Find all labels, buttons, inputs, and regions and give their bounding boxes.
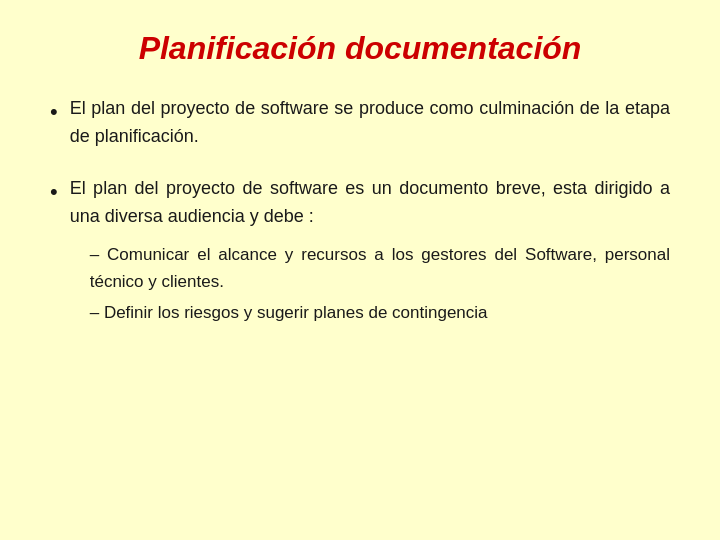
slide-title: Planificación documentación: [50, 30, 670, 67]
bullet-dot-1: •: [50, 95, 58, 129]
bullet-item-2: • El plan del proyecto de software es un…: [50, 175, 670, 330]
bullet-text-1: El plan del proyecto de software se prod…: [70, 95, 670, 151]
bullet-section-1: • El plan del proyecto de software se pr…: [50, 95, 670, 151]
bullet-dot-2: •: [50, 175, 58, 209]
sub-bullets: – Comunicar el alcance y recursos a los …: [90, 241, 670, 327]
slide: Planificación documentación • El plan de…: [0, 0, 720, 540]
bullet-text-2-main: El plan del proyecto de software es un d…: [70, 178, 670, 226]
sub-bullet-1: – Comunicar el alcance y recursos a los …: [90, 241, 670, 295]
sub-bullet-2: – Definir los riesgos y sugerir planes d…: [90, 299, 670, 326]
bullet-text-2: El plan del proyecto de software es un d…: [70, 175, 670, 330]
bullet-item-1: • El plan del proyecto de software se pr…: [50, 95, 670, 151]
bullet-section-2: • El plan del proyecto de software es un…: [50, 175, 670, 330]
